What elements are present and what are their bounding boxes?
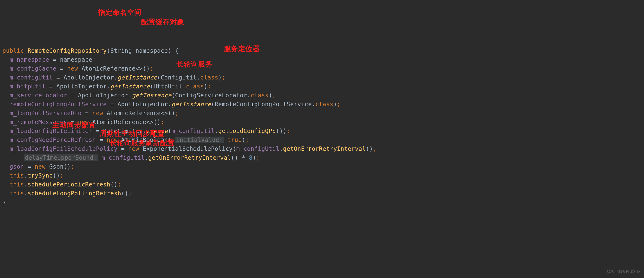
line-16: this.schedulePeriodicRefresh(); [2,181,121,188]
line-1: public RemoteConfigRepository(String nam… [2,48,179,54]
bool-true: true [228,137,242,143]
type: AtomicReference [82,65,136,72]
kw-new: new [92,110,103,117]
annotation-namespace: 指定命名空间 [98,8,142,17]
annotation-config-cache: 配置缓存对象 [141,18,184,27]
annotation-long-poll-refresh: 长轮询服务刷新配置 [110,139,174,147]
brace-open: { [175,48,179,54]
line-2: m_namespace = namespace; [2,56,96,63]
line-7: remoteConfigLongPollService = ApolloInje… [2,101,340,108]
code-block: public RemoteConfigRepository(String nam… [0,36,644,209]
call: schedulePeriodicRefresh [28,181,110,188]
field: m_namespace [10,56,49,63]
arg-obj: m_configUtil [172,128,215,134]
kw-new: new [67,65,78,72]
line-18: } [2,199,6,206]
call: getOnErrorRetryInterval [148,154,231,161]
call: scheduleLongPollingRefresh [28,190,121,197]
kw-public: public [2,48,24,54]
method: getInstance [132,92,171,99]
generics: <> [136,65,143,72]
line-5: m_httpUtil = ApolloInjector.getInstance(… [2,83,211,90]
class: ApolloInjector [118,101,168,108]
generics: <> [146,119,154,126]
param-hint: initialValue: [175,137,224,143]
arg1-obj: m_configUtil [236,145,280,152]
class: ApolloInjector [56,83,106,90]
generics: <> [161,110,168,117]
parens: () [154,119,161,126]
type: AtomicReference [107,110,161,117]
call: trySync [28,172,53,179]
line-14: gson = new Gson(); [2,163,74,170]
line-15: this.trySync(); [2,172,64,179]
field: m_loadConfigFailSchedulePolicy [10,145,118,152]
line-8: m_longPollServiceDto = new AtomicReferen… [2,110,179,117]
kw-this: this [10,172,24,179]
class: ApolloInjector [64,74,114,81]
obj: m_configUtil [102,154,145,161]
type: Gson [49,163,64,170]
parens: () [168,110,175,117]
annotation-long-poll: 长轮询服务 [176,60,212,69]
method: getInstance [118,74,157,81]
kw-this: this [10,190,24,197]
parens: () [143,65,150,72]
annotation-periodic: 周期性主动同步配置 [100,129,164,138]
field: m_configUtil [10,74,53,81]
arg-type: ConfigServiceLocator [175,92,247,99]
line-12: m_loadConfigFailSchedulePolicy = new Exp… [2,145,377,152]
arg-type: HttpUtil [154,83,182,90]
param-hint: delayTimeUpperBound: [24,154,98,161]
kw-this: this [10,181,24,188]
annotation-service-locator: 服务定位器 [224,44,260,53]
field: remoteConfigLongPollService [10,101,107,108]
line-6: m_serviceLocator = ApolloInjector.getIns… [2,92,276,99]
arg-type: ConfigUtil [161,74,197,81]
field: m_serviceLocator [10,92,67,99]
ctor-name: RemoteConfigRepository [28,48,107,54]
field: m_configNeedForceRefresh [10,137,96,143]
number: 8 [249,154,253,161]
arg1-call: getOnErrorRetryInterval [283,145,366,152]
method: getInstance [172,101,211,108]
rhs: namespace [60,56,92,63]
brace-close: } [2,199,6,206]
arg-call: getLoadConfigQPS [218,128,276,134]
class: ApolloInjector [78,92,128,99]
field: m_httpUtil [10,83,46,90]
watermark: @稀土掘金技术社区 [606,267,641,276]
op: * [242,154,246,161]
param-type: String [110,48,132,54]
method: getInstance [110,83,150,90]
field: gson [10,163,24,170]
type: AtomicReference [92,119,146,126]
line-13: delayTimeUpperBound: m_configUtil.getOnE… [2,154,260,161]
field: m_longPollServiceDto [10,110,82,117]
field: m_configCache [10,65,56,72]
line-3: m_configCache = new AtomicReference<>(); [2,65,154,72]
line-17: this.scheduleLongPollingRefresh(); [2,190,132,197]
param-name: namespace [136,48,168,54]
line-4: m_configUtil = ApolloInjector.getInstanc… [2,74,226,81]
annotation-try-sync: 主动同步配置 [52,121,96,130]
arg-type: RemoteConfigLongPollService [215,101,312,108]
kw-new: new [35,163,46,170]
